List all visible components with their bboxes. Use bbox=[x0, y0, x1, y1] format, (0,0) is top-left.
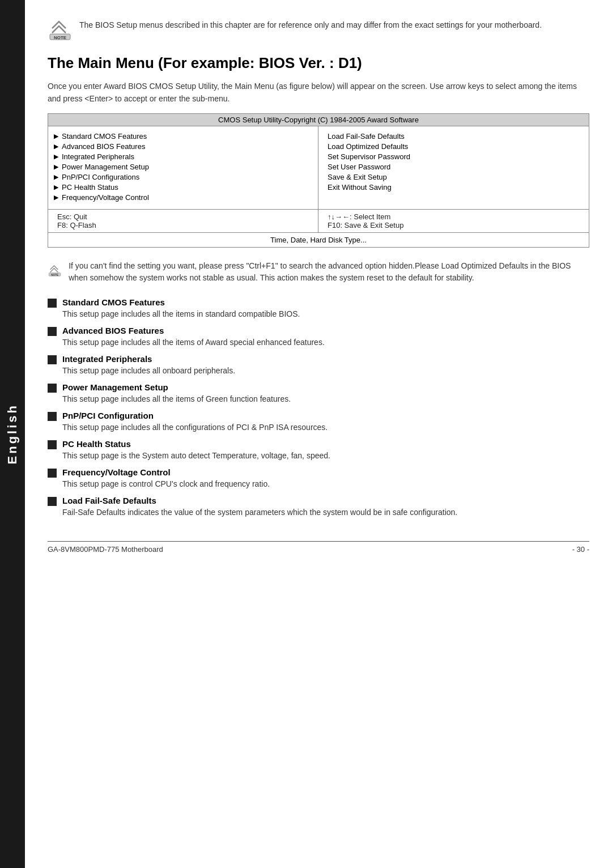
sidebar: English bbox=[0, 0, 25, 868]
bios-right-item: Set User Password bbox=[328, 163, 580, 171]
section-desc: This setup page includes all the items o… bbox=[62, 337, 589, 348]
section-desc: This setup page includes all the items i… bbox=[62, 308, 589, 320]
bios-menu-item: ▶ Integrated Peripherals bbox=[54, 152, 309, 161]
section-item-1: Advanced BIOS Features This setup page i… bbox=[48, 326, 589, 348]
bios-status: Time, Date, Hard Disk Type... bbox=[48, 233, 589, 247]
bios-menu-item-label: PC Health Status bbox=[62, 183, 118, 192]
section-content: PnP/PCI Configuration This setup page in… bbox=[62, 411, 589, 433]
bios-menu-item: ▶ Standard CMOS Features bbox=[54, 132, 309, 141]
section-bullet bbox=[48, 497, 57, 506]
top-note-box: NOTE The BIOS Setup menus described in t… bbox=[48, 17, 589, 42]
bios-arrow-icon: ▶ bbox=[54, 153, 58, 160]
bios-menu-item: ▶ Frequency/Voltage Control bbox=[54, 193, 309, 202]
bios-screenshot: CMOS Setup Utility-Copyright (C) 1984-20… bbox=[48, 113, 589, 248]
section-list: Standard CMOS Features This setup page i… bbox=[48, 297, 589, 518]
section-bullet bbox=[48, 440, 57, 449]
section-bullet bbox=[48, 384, 57, 393]
section-content: Power Management Setup This setup page i… bbox=[62, 382, 589, 405]
section-item-5: PC Health Status This setup page is the … bbox=[48, 439, 589, 462]
bios-menu-item-label: Frequency/Voltage Control bbox=[62, 193, 149, 202]
sidebar-label: English bbox=[5, 403, 20, 464]
second-note-box: NOTE If you can't find the setting you w… bbox=[48, 258, 589, 284]
svg-text:NOTE: NOTE bbox=[51, 274, 58, 276]
section-desc: This setup page includes all onboard per… bbox=[62, 365, 589, 377]
bios-menu-item-label: Advanced BIOS Features bbox=[62, 142, 145, 151]
section-item-2: Integrated Peripherals This setup page i… bbox=[48, 354, 589, 377]
section-desc: This setup page is control CPU's clock a… bbox=[62, 478, 589, 490]
bios-footer-arrows: ↑↓→←: Select Item bbox=[328, 212, 580, 221]
section-item-0: Standard CMOS Features This setup page i… bbox=[48, 297, 589, 320]
bios-menu-item: ▶ Advanced BIOS Features bbox=[54, 142, 309, 151]
bios-footer-f8: F8: Q-Flash bbox=[57, 221, 309, 229]
section-content: Frequency/Voltage Control This setup pag… bbox=[62, 467, 589, 490]
bios-right-menu: Load Fail-Safe Defaults Load Optimized D… bbox=[318, 126, 589, 209]
page-title: The Main Menu (For example: BIOS Ver. : … bbox=[48, 54, 589, 72]
bios-menu-item-label: Power Management Setup bbox=[62, 163, 149, 171]
intro-text: Once you enter Award BIOS CMOS Setup Uti… bbox=[48, 80, 589, 105]
section-title: Integrated Peripherals bbox=[62, 354, 589, 364]
section-title: Standard CMOS Features bbox=[62, 297, 589, 307]
bios-arrow-icon: ▶ bbox=[54, 163, 58, 171]
section-bullet bbox=[48, 355, 57, 364]
section-item-3: Power Management Setup This setup page i… bbox=[48, 382, 589, 405]
section-title: Power Management Setup bbox=[62, 382, 589, 392]
page-footer: GA-8VM800PMD-775 Motherboard - 30 - bbox=[48, 541, 589, 554]
section-bullet bbox=[48, 469, 57, 478]
section-content: Integrated Peripherals This setup page i… bbox=[62, 354, 589, 377]
section-content: Standard CMOS Features This setup page i… bbox=[62, 297, 589, 320]
bios-menu-item: ▶ PC Health Status bbox=[54, 183, 309, 192]
bios-menu-item-label: PnP/PCI Configurations bbox=[62, 173, 139, 181]
bios-footer-f10: F10: Save & Exit Setup bbox=[328, 221, 580, 229]
bios-right-item: Exit Without Saving bbox=[328, 183, 580, 192]
section-desc: Fail-Safe Defaults indicates the value o… bbox=[62, 507, 589, 518]
svg-text:NOTE: NOTE bbox=[54, 35, 67, 40]
section-title: Frequency/Voltage Control bbox=[62, 467, 589, 477]
note-icon-2: NOTE bbox=[48, 258, 62, 283]
bios-menu-item-label: Integrated Peripherals bbox=[62, 152, 134, 161]
bios-body: ▶ Standard CMOS Features ▶ Advanced BIOS… bbox=[48, 126, 589, 210]
bios-arrow-icon: ▶ bbox=[54, 184, 58, 191]
main-content: NOTE The BIOS Setup menus described in t… bbox=[25, 0, 612, 576]
bios-menu-item: ▶ Power Management Setup bbox=[54, 163, 309, 171]
section-content: PC Health Status This setup page is the … bbox=[62, 439, 589, 462]
bios-menu-item: ▶ PnP/PCI Configurations bbox=[54, 173, 309, 181]
bios-left-menu: ▶ Standard CMOS Features ▶ Advanced BIOS… bbox=[48, 126, 318, 209]
bios-menu-item-label: Standard CMOS Features bbox=[62, 132, 147, 141]
section-item-4: PnP/PCI Configuration This setup page in… bbox=[48, 411, 589, 433]
bios-right-item: Save & Exit Setup bbox=[328, 173, 580, 181]
footer-left: GA-8VM800PMD-775 Motherboard bbox=[48, 545, 163, 554]
bios-footer: Esc: Quit F8: Q-Flash ↑↓→←: Select Item … bbox=[48, 210, 589, 233]
footer-right: - 30 - bbox=[572, 545, 589, 554]
note-icon: NOTE bbox=[48, 17, 73, 42]
section-content: Advanced BIOS Features This setup page i… bbox=[62, 326, 589, 348]
bios-footer-right: ↑↓→←: Select Item F10: Save & Exit Setup bbox=[318, 210, 589, 232]
bios-header: CMOS Setup Utility-Copyright (C) 1984-20… bbox=[48, 114, 589, 126]
bios-arrow-icon: ▶ bbox=[54, 173, 58, 181]
section-bullet bbox=[48, 412, 57, 421]
section-title: Load Fail-Safe Defaults bbox=[62, 496, 589, 505]
second-note-text: If you can't find the setting you want, … bbox=[69, 258, 589, 284]
section-title: Advanced BIOS Features bbox=[62, 326, 589, 335]
section-title: PC Health Status bbox=[62, 439, 589, 449]
bios-right-item: Load Optimized Defaults bbox=[328, 142, 580, 151]
bios-right-item: Load Fail-Safe Defaults bbox=[328, 132, 580, 141]
bios-footer-esc: Esc: Quit bbox=[57, 212, 309, 221]
bios-right-item: Set Supervisor Password bbox=[328, 152, 580, 161]
section-desc: This setup page includes all the items o… bbox=[62, 393, 589, 405]
section-content: Load Fail-Safe Defaults Fail-Safe Defaul… bbox=[62, 496, 589, 518]
bios-arrow-icon: ▶ bbox=[54, 143, 58, 150]
bios-footer-left: Esc: Quit F8: Q-Flash bbox=[48, 210, 318, 232]
section-desc: This setup page includes all the configu… bbox=[62, 422, 589, 433]
bios-arrow-icon: ▶ bbox=[54, 133, 58, 140]
section-item-7: Load Fail-Safe Defaults Fail-Safe Defaul… bbox=[48, 496, 589, 518]
section-bullet bbox=[48, 299, 57, 308]
section-title: PnP/PCI Configuration bbox=[62, 411, 589, 420]
section-bullet bbox=[48, 327, 57, 336]
top-note-text: The BIOS Setup menus described in this c… bbox=[79, 17, 542, 31]
bios-arrow-icon: ▶ bbox=[54, 194, 58, 201]
section-item-6: Frequency/Voltage Control This setup pag… bbox=[48, 467, 589, 490]
section-desc: This setup page is the System auto detec… bbox=[62, 450, 589, 462]
